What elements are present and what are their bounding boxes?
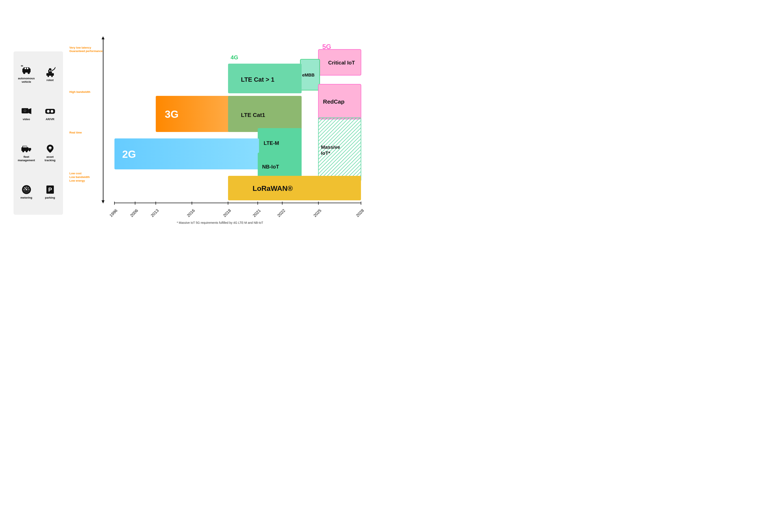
svg-point-25	[29, 150, 31, 151]
parking-label: parking	[45, 196, 55, 199]
lte-cat1-label: LTE Cat1	[241, 112, 265, 118]
parking-icon: P	[44, 184, 56, 195]
main-container: autonomousvehicle robot	[9, 15, 375, 251]
svg-point-23	[26, 150, 28, 152]
icon-item-video: video	[21, 106, 32, 121]
svg-point-8	[49, 70, 50, 71]
4g-label: 4G	[231, 54, 238, 60]
svg-rect-6	[48, 70, 52, 73]
asset-tracking-icon	[44, 143, 56, 154]
ar-vr-icon	[44, 106, 56, 117]
icon-item-parking: P parking	[44, 184, 56, 199]
robot-icon	[44, 66, 56, 78]
y-label-high-bandwidth: High bandwidth	[69, 90, 106, 94]
icon-item-asset-tracking: assettracking	[44, 143, 56, 162]
label-2018: 2018	[222, 208, 232, 217]
massive-iot-label1: Massive	[321, 144, 340, 150]
chart-container: Very low latencyGuaranteed performance H…	[69, 40, 371, 227]
lte-m-label: LTE-M	[264, 140, 279, 146]
label-2006: 2006	[129, 208, 139, 217]
label-1996: 1996	[108, 208, 118, 217]
y-label-low-cost: Low costLow bandwidthLow energy	[69, 172, 106, 183]
svg-point-32	[50, 148, 51, 149]
svg-rect-4	[25, 68, 26, 69]
label-2025: 2025	[312, 208, 322, 217]
footer-note-text: * Massive IoT 5G requirements fulfilled …	[177, 221, 263, 224]
chart-svg: 5G 4G Critical IoT eMBB LTE Cat > 1 RedC…	[106, 42, 371, 217]
robot-label: robot	[46, 78, 54, 82]
video-icon	[21, 106, 32, 117]
svg-rect-1	[23, 67, 29, 69]
chart-area: Very low latencyGuaranteed performance H…	[69, 42, 371, 217]
lorawan-label: LoRaWAN®	[253, 184, 293, 192]
icon-item-autonomous-vehicle: autonomousvehicle	[18, 65, 35, 83]
chart-svg-wrapper: 5G 4G Critical IoT eMBB LTE Cat > 1 RedC…	[106, 42, 371, 217]
ar-vr-label: AR/VR	[46, 118, 54, 121]
svg-marker-14	[28, 108, 31, 114]
icon-item-robot: robot	[44, 66, 56, 82]
icon-item-fleet-management: fleetmanagement	[18, 143, 35, 162]
fleet-management-icon	[21, 143, 32, 154]
autonomous-vehicle-icon	[21, 65, 32, 76]
metering-icon	[21, 184, 32, 195]
lorawan-bar	[228, 176, 361, 200]
2g-bar	[114, 138, 259, 169]
lte-cat-gt1-label: LTE Cat > 1	[241, 76, 275, 83]
svg-point-3	[28, 72, 30, 74]
autonomous-vehicle-label: autonomousvehicle	[18, 77, 35, 83]
label-2028: 2028	[355, 208, 365, 217]
nb-iot-label: NB-IoT	[262, 164, 279, 170]
critical-iot-label: Critical IoT	[328, 60, 355, 65]
metering-label: metering	[20, 196, 32, 199]
svg-point-41	[26, 189, 27, 190]
y-label-real-time: Real time	[69, 131, 106, 135]
svg-rect-26	[23, 146, 25, 147]
svg-point-19	[51, 110, 53, 113]
redcap-label: RedCap	[323, 98, 344, 105]
video-label: video	[23, 118, 30, 121]
label-2016: 2016	[186, 208, 196, 217]
svg-point-2	[23, 72, 25, 74]
fleet-management-label: fleetmanagement	[18, 155, 35, 162]
svg-rect-27	[25, 146, 27, 147]
label-2021: 2021	[252, 208, 261, 217]
svg-point-31	[49, 148, 49, 149]
label-2022: 2022	[276, 208, 286, 217]
svg-rect-10	[46, 73, 54, 76]
svg-point-18	[47, 110, 49, 113]
massive-iot-label2: IoT*	[321, 150, 330, 156]
svg-rect-5	[27, 68, 28, 69]
asset-tracking-label: assettracking	[44, 155, 55, 162]
footer-note: * Massive IoT 5G requirements fulfilled …	[69, 221, 371, 227]
svg-rect-42	[25, 191, 28, 192]
y-labels: Very low latencyGuaranteed performance H…	[69, 42, 106, 200]
embb-label: eMBB	[302, 73, 315, 77]
svg-rect-7	[49, 68, 51, 70]
svg-point-11	[47, 75, 49, 77]
label-2013: 2013	[150, 208, 159, 217]
svg-point-22	[22, 150, 24, 152]
icon-item-ar-vr: AR/VR	[44, 106, 56, 121]
svg-point-12	[51, 75, 53, 77]
3g-label: 3G	[165, 109, 178, 120]
y-label-very-low-latency: Very low latencyGuaranteed performance	[69, 46, 106, 53]
2g-label: 2G	[122, 149, 136, 160]
svg-text:P: P	[48, 186, 52, 193]
left-panel: autonomousvehicle robot	[14, 51, 63, 215]
svg-point-16	[24, 110, 26, 112]
icon-item-metering: metering	[20, 184, 32, 199]
